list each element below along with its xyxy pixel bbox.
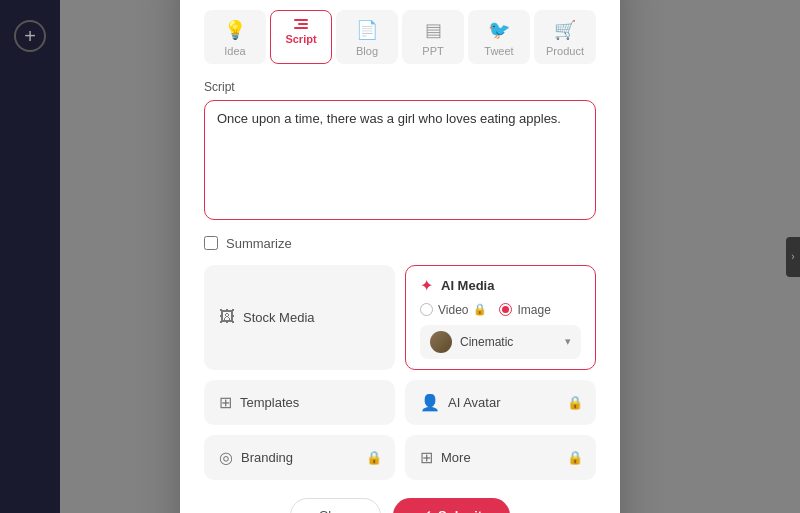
script-icon: [294, 19, 308, 29]
image-option[interactable]: Image: [499, 303, 550, 317]
summarize-label: Summarize: [226, 236, 292, 251]
tab-ppt[interactable]: ▤ PPT: [402, 10, 464, 64]
tab-product-label: Product: [546, 45, 584, 57]
ai-avatar-icon: 👤: [420, 393, 440, 412]
video-option[interactable]: Video 🔒: [420, 303, 487, 317]
tab-row: 💡 Idea Script 📄 Blog ▤ PPT 🐦 Tweet: [204, 10, 596, 64]
ai-avatar-label: AI Avatar: [448, 395, 501, 410]
modal-footer: Close ✓ Submit: [204, 498, 596, 514]
magic-create-modal: Magic Create 💡 Idea Script 📄 Blog ▤ PPT: [180, 0, 620, 513]
right-panel-toggle[interactable]: ›: [786, 237, 800, 277]
cinematic-thumbnail: [430, 331, 452, 353]
templates-icon: ⊞: [219, 393, 232, 412]
close-button[interactable]: Close: [290, 498, 381, 514]
submit-check-icon: ✓: [421, 508, 432, 514]
ai-media-header: ✦ AI Media: [420, 276, 581, 295]
stock-media-card[interactable]: 🖼 Stock Media: [204, 265, 395, 370]
tab-idea-label: Idea: [224, 45, 245, 57]
more-lock-icon: 🔒: [567, 450, 583, 465]
submit-button[interactable]: ✓ Submit: [393, 498, 510, 514]
more-label: More: [441, 450, 471, 465]
tab-product[interactable]: 🛒 Product: [534, 10, 596, 64]
image-radio[interactable]: [499, 303, 512, 316]
ai-media-options: Video 🔒 Image: [420, 303, 581, 317]
stock-media-icon: 🖼: [219, 308, 235, 326]
sidebar: +: [0, 0, 60, 513]
tab-script-label: Script: [285, 33, 316, 45]
templates-card[interactable]: ⊞ Templates: [204, 380, 395, 425]
tab-script[interactable]: Script: [270, 10, 332, 64]
tab-tweet[interactable]: 🐦 Tweet: [468, 10, 530, 64]
cinematic-select[interactable]: Cinematic ▾: [420, 325, 581, 359]
product-icon: 🛒: [554, 19, 576, 41]
video-lock-icon: 🔒: [473, 303, 487, 316]
templates-label: Templates: [240, 395, 299, 410]
script-textarea[interactable]: [204, 100, 596, 220]
stock-media-label: Stock Media: [243, 310, 315, 325]
branding-lock-icon: 🔒: [366, 450, 382, 465]
tab-blog-label: Blog: [356, 45, 378, 57]
idea-icon: 💡: [224, 19, 246, 41]
summarize-checkbox[interactable]: [204, 236, 218, 250]
ppt-icon: ▤: [425, 19, 442, 41]
cinematic-dropdown-arrow: ▾: [565, 335, 571, 348]
branding-card[interactable]: ◎ Branding 🔒: [204, 435, 395, 480]
cards-grid: 🖼 Stock Media ✦ AI Media Video 🔒 Ima: [204, 265, 596, 480]
tweet-icon: 🐦: [488, 19, 510, 41]
ai-media-icon: ✦: [420, 276, 433, 295]
tab-idea[interactable]: 💡 Idea: [204, 10, 266, 64]
tab-tweet-label: Tweet: [484, 45, 513, 57]
tab-ppt-label: PPT: [422, 45, 443, 57]
video-radio[interactable]: [420, 303, 433, 316]
ai-avatar-card[interactable]: 👤 AI Avatar 🔒: [405, 380, 596, 425]
branding-label: Branding: [241, 450, 293, 465]
ai-media-title: AI Media: [441, 278, 494, 293]
more-icon: ⊞: [420, 448, 433, 467]
ai-avatar-lock-icon: 🔒: [567, 395, 583, 410]
more-card[interactable]: ⊞ More 🔒: [405, 435, 596, 480]
submit-label: Submit: [438, 508, 482, 514]
tab-blog[interactable]: 📄 Blog: [336, 10, 398, 64]
summarize-row: Summarize: [204, 236, 596, 251]
branding-icon: ◎: [219, 448, 233, 467]
blog-icon: 📄: [356, 19, 378, 41]
script-field-label: Script: [204, 80, 596, 94]
cinematic-label: Cinematic: [460, 335, 557, 349]
image-label: Image: [517, 303, 550, 317]
ai-media-card[interactable]: ✦ AI Media Video 🔒 Image Cinematic: [405, 265, 596, 370]
video-label: Video: [438, 303, 468, 317]
sidebar-add-button[interactable]: +: [14, 20, 46, 52]
